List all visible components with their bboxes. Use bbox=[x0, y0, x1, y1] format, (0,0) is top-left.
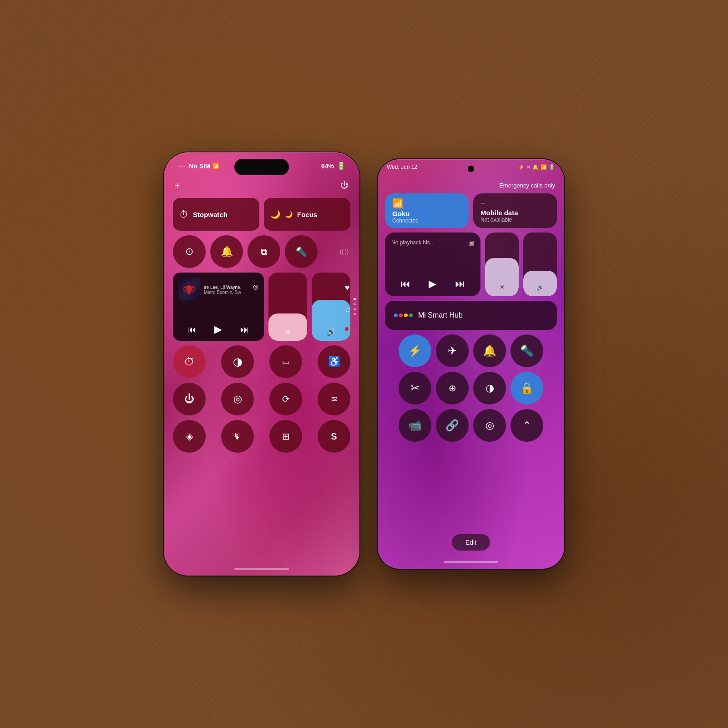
screen-record-icon: ⊕ bbox=[449, 383, 456, 394]
media-player[interactable]: 🕷 ◎ ae Lee, Lil Wayne, Metro Boomin, Sw … bbox=[173, 273, 264, 341]
focus-button[interactable]: 🌙 🌙 Focus bbox=[264, 198, 350, 231]
iphone-device: ···· No SIM 📶 64% 🔋 + ⏻ ⏱ Stopwatch 🌙 🌙 … bbox=[164, 152, 359, 576]
power-off-button[interactable]: ⏻ bbox=[173, 383, 206, 415]
battery-icon: 🔋 bbox=[337, 162, 346, 170]
dot-4 bbox=[354, 313, 356, 315]
timer-icon: ⏱ bbox=[184, 355, 195, 368]
viewfinder-toggle[interactable]: ◎ bbox=[473, 409, 506, 442]
cc-sliders: ☀ 🔊 bbox=[268, 273, 350, 341]
android-status-icons: ⚡ ✕ 🔔 📶 🔋 bbox=[518, 164, 555, 170]
stopwatch-button[interactable]: ⏱ Stopwatch bbox=[173, 198, 259, 231]
android-next-button[interactable]: ⏭ bbox=[455, 278, 465, 290]
invert-button[interactable]: ◑ bbox=[221, 345, 254, 378]
focus-label: Focus bbox=[297, 211, 317, 218]
photo-button[interactable]: ⊞ bbox=[269, 420, 302, 453]
carrier-label: No SIM bbox=[189, 162, 210, 170]
timer-button[interactable]: ⏱ bbox=[173, 345, 206, 378]
add-button[interactable]: + bbox=[175, 181, 180, 191]
bell-toggle[interactable]: 🔔 bbox=[473, 334, 506, 367]
scissors-toggle[interactable]: ✂ bbox=[399, 372, 431, 404]
battery-button[interactable]: ▭ bbox=[269, 345, 302, 378]
mi-smart-hub[interactable]: Mi Smart Hub bbox=[385, 301, 557, 330]
flashlight-button[interactable]: 🔦 bbox=[285, 235, 318, 268]
brightness-fill bbox=[268, 313, 307, 341]
rewind-button[interactable]: ⏮ bbox=[187, 324, 197, 335]
stopwatch-label: Stopwatch bbox=[193, 211, 228, 218]
wifi-status: Connected bbox=[392, 217, 461, 224]
android-sliders: ☀ 🔊 bbox=[485, 233, 557, 296]
stopwatch-icon: ⏱ bbox=[179, 209, 188, 220]
flashlight-toggle[interactable]: 🔦 bbox=[511, 334, 543, 367]
android-volume-icon: 🔊 bbox=[536, 283, 544, 291]
camera-button[interactable]: ⊙ bbox=[173, 235, 206, 268]
media-controls: ⏮ ▶ ⏭ bbox=[178, 324, 258, 335]
album-art: 🕷 bbox=[178, 278, 200, 300]
android-bluetooth-icon: ⚡ bbox=[518, 164, 525, 170]
bell-button[interactable]: 🔔 bbox=[210, 235, 243, 268]
focus-icon: 🌙 bbox=[270, 209, 280, 219]
siri-icon: ◈ bbox=[186, 431, 193, 442]
android-brightness-slider[interactable]: ☀ bbox=[485, 233, 519, 296]
media-album: Metro Boomin, Sw bbox=[204, 290, 258, 295]
invert-icon: ◑ bbox=[233, 355, 243, 368]
iphone-top-controls: + ⏻ bbox=[164, 181, 359, 191]
android-no-playback: No playback his... bbox=[391, 239, 435, 246]
music-note-icon: ♫ bbox=[345, 306, 350, 314]
accessibility-button[interactable]: ♿ bbox=[318, 345, 350, 378]
iphone-notch bbox=[234, 159, 289, 175]
screen-mirror-button[interactable]: ⧉ bbox=[248, 235, 280, 268]
viewfinder-icon: ◎ bbox=[485, 420, 494, 431]
edit-button[interactable]: Edit bbox=[452, 534, 490, 551]
bell-toggle-icon: 🔔 bbox=[483, 344, 496, 357]
network-row: 📶 Goku Connected ⟊ Mobile data Not avail… bbox=[385, 193, 557, 228]
cc-icon-row: ⊙ 🔔 ⧉ 🔦 ((·)) bbox=[173, 235, 350, 268]
spiderman-image: 🕷 bbox=[178, 278, 200, 300]
screen-record-toggle[interactable]: ⊕ bbox=[436, 372, 469, 404]
android-cast-icon: ▣ bbox=[468, 239, 474, 246]
lock-rotate-toggle[interactable]: 🔒 bbox=[511, 372, 543, 404]
screen-lock-icon: ⟳ bbox=[282, 394, 290, 404]
android-nfc-icon: ✕ bbox=[526, 164, 531, 170]
android-toggles-row2: ✂ ⊕ ◑ 🔒 bbox=[385, 372, 557, 404]
brightness-icon: ☀ bbox=[285, 328, 291, 336]
android-media-player[interactable]: No playback his... ▣ ⏮ ▶ ⏭ bbox=[385, 233, 480, 296]
chevron-up-toggle[interactable]: ⌃ bbox=[511, 409, 543, 442]
airplane-toggle[interactable]: ✈ bbox=[436, 334, 469, 367]
cc-utility-row-2: ⏻ ◎ ⟳ ≋ bbox=[173, 383, 350, 415]
signal-indicator: ((·)) bbox=[340, 248, 349, 255]
bluetooth-toggle[interactable]: ⚡ bbox=[399, 334, 431, 367]
sound-wave-button[interactable]: ≋ bbox=[318, 383, 350, 415]
fast-forward-button[interactable]: ⏭ bbox=[240, 324, 249, 335]
battery-percent: 64% bbox=[321, 162, 334, 170]
brightness-slider[interactable]: ☀ bbox=[268, 273, 307, 341]
shazam-button[interactable]: S bbox=[318, 420, 350, 453]
android-prev-button[interactable]: ⏮ bbox=[400, 278, 410, 290]
video-toggle[interactable]: 📹 bbox=[399, 409, 431, 442]
airplane-icon: ✈ bbox=[448, 344, 457, 357]
android-volume-slider[interactable]: 🔊 bbox=[523, 233, 557, 296]
dot-1 bbox=[354, 298, 356, 300]
iphone-control-center: ⏱ Stopwatch 🌙 🌙 Focus ⊙ 🔔 ⧉ 🔦 bbox=[173, 198, 350, 557]
play-button[interactable]: ▶ bbox=[214, 324, 222, 335]
power-button[interactable]: ⏻ bbox=[340, 181, 349, 191]
contrast-icon: ◑ bbox=[485, 382, 494, 394]
mobile-data-title: Mobile data bbox=[480, 209, 550, 217]
contrast-toggle[interactable]: ◑ bbox=[473, 372, 506, 404]
android-bell-icon: 🔔 bbox=[532, 164, 539, 170]
mobile-data-tile[interactable]: ⟊ Mobile data Not available bbox=[473, 193, 557, 228]
voice-memo-button[interactable]: 🎙 bbox=[221, 420, 254, 453]
camera-icon: ⊙ bbox=[185, 246, 193, 258]
heart-icon[interactable]: ♥ bbox=[345, 283, 350, 293]
sound-wave-icon: ≋ bbox=[331, 394, 338, 404]
android-media-row: No playback his... ▣ ⏮ ▶ ⏭ ☀ 🔊 bbox=[385, 233, 557, 296]
focus-ring-button[interactable]: ◎ bbox=[221, 383, 254, 415]
android-brightness-icon: ☀ bbox=[499, 283, 505, 291]
screen-lock-button[interactable]: ⟳ bbox=[269, 383, 302, 415]
link-toggle[interactable]: 🔗 bbox=[436, 409, 469, 442]
voice-memo-icon: 🎙 bbox=[233, 431, 242, 442]
siri-button[interactable]: ◈ bbox=[173, 420, 206, 453]
volume-icon: 🔊 bbox=[327, 328, 336, 336]
scroll-dots bbox=[354, 298, 356, 315]
android-play-button[interactable]: ▶ bbox=[429, 278, 436, 290]
wifi-tile[interactable]: 📶 Goku Connected bbox=[385, 193, 469, 228]
